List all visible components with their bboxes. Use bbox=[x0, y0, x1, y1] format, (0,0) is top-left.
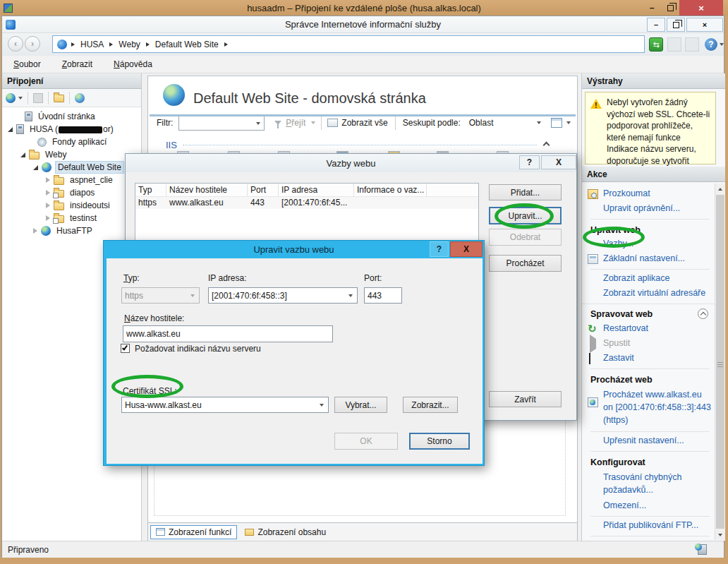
action-basic-settings[interactable]: Základní nastavení... bbox=[582, 251, 715, 266]
edit-binding-button[interactable]: Upravit... bbox=[489, 207, 562, 224]
scroll-down-button[interactable] bbox=[715, 529, 725, 540]
view-certificate-button[interactable]: Zobrazit... bbox=[403, 397, 458, 413]
action-view-virtual-dirs[interactable]: Zobrazit virtuální adresáře bbox=[582, 286, 715, 301]
bindings-dialog-titlebar[interactable]: Vazby webu bbox=[126, 154, 576, 172]
close-dialog-button[interactable]: Zavřít bbox=[489, 391, 562, 407]
binding-row[interactable]: https www.alkast.eu 443 [2001:470:6f:45.… bbox=[135, 197, 478, 209]
breadcrumb-item-site[interactable]: Default Web Site bbox=[154, 40, 220, 49]
expanded-icon[interactable] bbox=[20, 152, 25, 157]
ip-address-select[interactable]: [2001:470:6f:458::3] bbox=[208, 287, 358, 304]
tree-item-start-page[interactable]: Úvodní stránka bbox=[2, 110, 141, 123]
expanded-icon[interactable] bbox=[8, 127, 13, 132]
port-field[interactable]: 443 bbox=[364, 287, 402, 304]
cancel-button[interactable]: Storno bbox=[409, 433, 470, 450]
collapsed-icon[interactable] bbox=[46, 190, 50, 196]
help-dropdown-icon[interactable] bbox=[720, 43, 724, 46]
action-bindings[interactable]: Vazby... bbox=[582, 236, 715, 251]
action-add-ftp-publishing[interactable]: Přidat publikování FTP... bbox=[582, 518, 715, 533]
window-restore-button[interactable] bbox=[667, 18, 685, 32]
action-view-applications[interactable]: Zobrazit aplikace bbox=[582, 271, 715, 286]
action-stop[interactable]: Zastavit bbox=[582, 351, 715, 366]
iis-section-header[interactable]: IIS bbox=[166, 138, 549, 151]
breadcrumb-item-sites[interactable]: Weby bbox=[117, 40, 141, 49]
add-binding-button[interactable]: Přidat... bbox=[489, 184, 562, 200]
actions-scrollbar[interactable] bbox=[715, 184, 724, 540]
collapse-group-icon[interactable] bbox=[698, 308, 708, 319]
host-name-field[interactable]: www.alkast.eu bbox=[123, 325, 333, 342]
tree-item-diapos[interactable]: diapos bbox=[2, 186, 141, 199]
collapsed-icon[interactable] bbox=[46, 203, 50, 208]
action-explore[interactable]: Prozkoumat bbox=[582, 186, 715, 201]
tree-item-testinst[interactable]: testinst bbox=[2, 212, 141, 224]
action-advanced-settings[interactable]: Upřesnit nastavení... bbox=[582, 433, 715, 448]
column-type[interactable]: Typ bbox=[135, 184, 166, 196]
tree-item-default-web-site[interactable]: Default Web Site bbox=[2, 161, 141, 174]
view-grid-icon[interactable] bbox=[551, 118, 562, 128]
edit-dialog-titlebar[interactable]: Upravit vazbu webu bbox=[104, 241, 484, 258]
tree-item-server[interactable]: HUSA (or) bbox=[2, 123, 141, 136]
up-level-icon[interactable] bbox=[54, 95, 64, 102]
collapsed-icon[interactable] bbox=[46, 177, 50, 183]
filter-input[interactable] bbox=[178, 116, 265, 131]
rdp-titlebar[interactable]: husaadm – Připojení ke vzdálené ploše (h… bbox=[0, 0, 728, 16]
tab-content-view[interactable]: Zobrazení obsahu bbox=[240, 525, 331, 539]
go-button[interactable]: Přejít bbox=[286, 118, 305, 128]
rdp-restore-button[interactable] bbox=[661, 1, 679, 14]
back-button[interactable]: ‹ bbox=[8, 36, 23, 52]
tree-item-insideout[interactable]: insideoutsi bbox=[2, 199, 141, 212]
window-close-button[interactable] bbox=[686, 18, 723, 32]
breadcrumb-item-server[interactable]: HUSA bbox=[79, 40, 105, 49]
expanded-icon[interactable] bbox=[33, 165, 38, 170]
window-minimize-button[interactable] bbox=[647, 18, 665, 32]
show-all-button[interactable]: Zobrazit vše bbox=[341, 118, 387, 128]
breadcrumb[interactable]: HUSA Weby Default Web Site bbox=[52, 35, 645, 53]
scrollbar-thumb[interactable] bbox=[716, 195, 724, 529]
tree-item-app-pools[interactable]: Fondy aplikací bbox=[2, 136, 141, 148]
forward-button[interactable]: › bbox=[25, 36, 40, 52]
action-edit-permissions[interactable]: Upravit oprávnění... bbox=[582, 201, 715, 216]
delete-connection-icon[interactable] bbox=[75, 93, 85, 103]
connection-dropdown-icon[interactable] bbox=[18, 97, 23, 100]
actions-manage-site-header[interactable]: Spravovat web bbox=[582, 304, 715, 321]
tree-item-aspnet-client[interactable]: aspnet_clie bbox=[2, 174, 141, 186]
view-dropdown-icon[interactable] bbox=[566, 121, 571, 124]
action-limits[interactable]: Omezení... bbox=[582, 498, 715, 513]
collapse-section-icon[interactable] bbox=[543, 141, 550, 148]
menu-napoveda[interactable]: Nápověda bbox=[111, 57, 155, 71]
dialog-help-button[interactable]: ? bbox=[519, 155, 540, 169]
breadcrumb-separator-icon[interactable] bbox=[71, 42, 75, 47]
column-ip[interactable]: IP adresa bbox=[279, 184, 354, 196]
collapsed-icon[interactable] bbox=[46, 215, 50, 221]
group-by-select[interactable]: Oblast bbox=[469, 118, 537, 128]
action-restart[interactable]: Restartovat bbox=[582, 321, 715, 336]
menu-soubor[interactable]: Soubor bbox=[11, 57, 44, 71]
help-icon[interactable]: ? bbox=[705, 38, 717, 51]
column-port[interactable]: Port bbox=[248, 184, 279, 196]
browse-binding-button[interactable]: Procházet bbox=[489, 255, 562, 272]
action-failed-request-tracing[interactable]: Trasování chybných požadavků... bbox=[582, 469, 715, 498]
menu-zobrazit[interactable]: Zobrazit bbox=[59, 57, 95, 71]
breadcrumb-separator-icon[interactable] bbox=[109, 42, 113, 47]
breadcrumb-separator-icon[interactable] bbox=[146, 42, 150, 47]
dialog-close-button[interactable]: X bbox=[541, 155, 576, 169]
iis-titlebar[interactable]: Správce Internetové informační služby bbox=[2, 16, 724, 33]
scroll-up-button[interactable] bbox=[715, 184, 725, 194]
rdp-close-button[interactable] bbox=[679, 0, 723, 16]
rdp-minimize-button[interactable] bbox=[643, 1, 661, 14]
dialog-help-button[interactable]: ? bbox=[430, 241, 449, 257]
sni-checkbox[interactable] bbox=[121, 344, 130, 353]
go-dropdown-icon[interactable] bbox=[311, 121, 315, 124]
column-host[interactable]: Název hostitele bbox=[166, 184, 248, 196]
create-connection-icon[interactable] bbox=[6, 93, 16, 103]
group-by-dropdown-icon[interactable] bbox=[537, 121, 541, 124]
tab-features-view[interactable]: Zobrazení funkcí bbox=[150, 525, 237, 539]
select-certificate-button[interactable]: Vybrat... bbox=[334, 397, 387, 413]
action-browse-site[interactable]: Procházet www.alkast.eu on [2001:470:6f:… bbox=[582, 386, 715, 428]
ssl-certificate-select[interactable]: Husa-www.alkast.eu bbox=[121, 397, 329, 413]
breadcrumb-separator-icon[interactable] bbox=[224, 42, 228, 47]
column-info[interactable]: Informace o vaz... bbox=[354, 184, 427, 196]
refresh-icon[interactable] bbox=[649, 37, 663, 52]
dialog-close-button[interactable]: X bbox=[450, 241, 483, 257]
tree-item-husaftp[interactable]: HusaFTP bbox=[2, 224, 141, 237]
collapsed-icon[interactable] bbox=[33, 228, 37, 234]
